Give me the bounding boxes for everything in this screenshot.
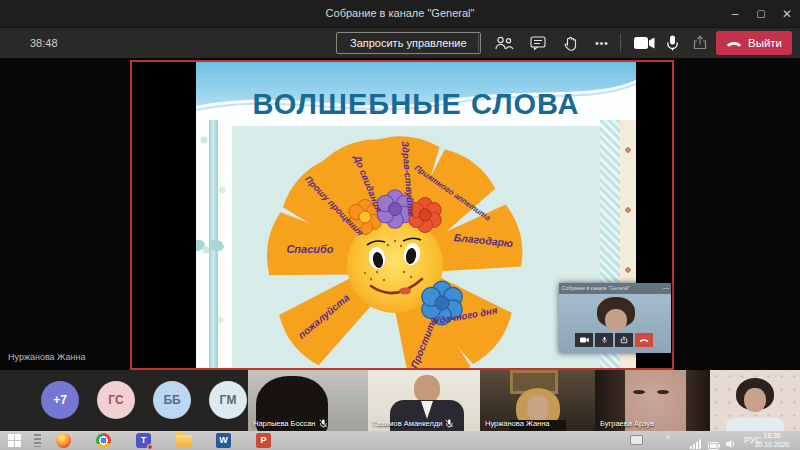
- participants-icon[interactable]: [492, 34, 516, 52]
- window-title: Собрание в канале "General": [0, 7, 800, 19]
- file-explorer-icon[interactable]: [176, 433, 192, 448]
- mic-off-icon: [445, 419, 453, 428]
- participant-name: Нарлыева Боссан: [253, 419, 316, 428]
- chrome-icon[interactable]: [96, 433, 112, 448]
- minimize-button[interactable]: –: [722, 0, 748, 28]
- tray-expand-caret[interactable]: ^: [666, 434, 670, 444]
- firefox-icon[interactable]: [56, 433, 72, 448]
- start-button[interactable]: [8, 433, 24, 448]
- touch-keyboard-icon[interactable]: [630, 435, 643, 445]
- request-control-button[interactable]: Запросить управление: [336, 32, 481, 54]
- video-tile[interactable]: Нарлыева Боссан: [248, 370, 368, 431]
- pip-camera-icon[interactable]: [575, 333, 593, 347]
- notification-dot: [147, 444, 153, 450]
- raise-hand-icon[interactable]: [558, 34, 582, 52]
- mic-off-icon: [319, 419, 327, 428]
- volume-icon[interactable]: [726, 435, 742, 450]
- pip-share-icon[interactable]: [615, 333, 633, 347]
- presenter-name-label: Нуржанова Жанна: [8, 352, 85, 362]
- battery-icon[interactable]: [708, 436, 724, 450]
- close-button[interactable]: ✕: [774, 0, 800, 28]
- tray-date: 30.10.2020: [746, 441, 798, 450]
- maximize-button[interactable]: ▢: [748, 0, 774, 28]
- microphone-icon[interactable]: [660, 34, 684, 52]
- teams-taskbar-icon[interactable]: T: [136, 433, 152, 448]
- tray-time: 18:38: [746, 432, 798, 441]
- tray-clock[interactable]: 18:38 30.10.2020: [746, 432, 798, 449]
- pip-titlebar: Собрание в канале "General": [559, 283, 671, 294]
- slide-left-border: [196, 120, 232, 368]
- hangup-icon: [726, 40, 742, 47]
- meeting-timer: 38:48: [30, 37, 58, 49]
- video-tile[interactable]: [710, 370, 800, 431]
- pip-minimize-icon[interactable]: —: [663, 283, 669, 294]
- leave-label: Выйти: [748, 37, 782, 49]
- network-icon[interactable]: [690, 435, 706, 450]
- shared-screen-frame: ВОЛШЕБНЫЕ СЛОВА: [130, 60, 674, 370]
- powerpoint-icon[interactable]: P: [256, 433, 272, 448]
- slide-title: ВОЛШЕБНЫЕ СЛОВА: [196, 88, 636, 121]
- video-tile[interactable]: Буграева Арзув: [595, 370, 710, 431]
- toolbar-divider: [620, 34, 621, 52]
- participant-name: Нуржанова Жанна: [485, 419, 550, 428]
- window-titlebar: Собрание в канале "General" – ▢ ✕: [0, 0, 800, 28]
- meeting-toolbar: 38:48 Запросить управление •••: [0, 28, 800, 58]
- windows-taskbar: T W P ^ РУС 18:38 30.10.2020: [0, 431, 800, 450]
- participant-name: Газимов Аманкелди: [373, 419, 442, 428]
- pip-meeting-window[interactable]: Собрание в канале "General" —: [559, 283, 671, 353]
- word-icon[interactable]: W: [216, 433, 232, 448]
- letterbox-left: [132, 62, 196, 368]
- pip-microphone-icon[interactable]: [595, 333, 613, 347]
- leave-button[interactable]: Выйти: [716, 31, 792, 55]
- camera-icon[interactable]: [632, 34, 656, 52]
- avatar-bb[interactable]: ББ: [153, 381, 191, 419]
- sun-illustration: Спасибо Прошу прощения До свидания Здрав…: [255, 123, 535, 368]
- taskview-icon[interactable]: [34, 433, 50, 448]
- video-tile[interactable]: Газимов Аманкелди: [368, 370, 480, 431]
- avatar-gs[interactable]: ГС: [97, 381, 135, 419]
- participant-name: Буграева Арзув: [600, 419, 654, 428]
- participants-strip: +7 ГС ББ ГМ Нарлыева Боссан Газимов Аман…: [0, 370, 800, 431]
- toolbar-divider: [478, 34, 479, 52]
- more-options-icon[interactable]: •••: [590, 34, 614, 52]
- video-tile[interactable]: Нуржанова Жанна: [480, 370, 595, 431]
- ray-label: Спасибо: [286, 243, 333, 255]
- avatar-gm[interactable]: ГМ: [209, 381, 247, 419]
- pip-hangup-icon[interactable]: [635, 333, 653, 347]
- chat-icon[interactable]: [526, 34, 550, 52]
- teams-meeting-window: Собрание в канале "General" – ▢ ✕ 38:48 …: [0, 0, 800, 450]
- overflow-participants-avatar[interactable]: +7: [41, 381, 79, 419]
- share-screen-icon[interactable]: [688, 34, 712, 52]
- meeting-stage: ВОЛШЕБНЫЕ СЛОВА: [0, 58, 800, 370]
